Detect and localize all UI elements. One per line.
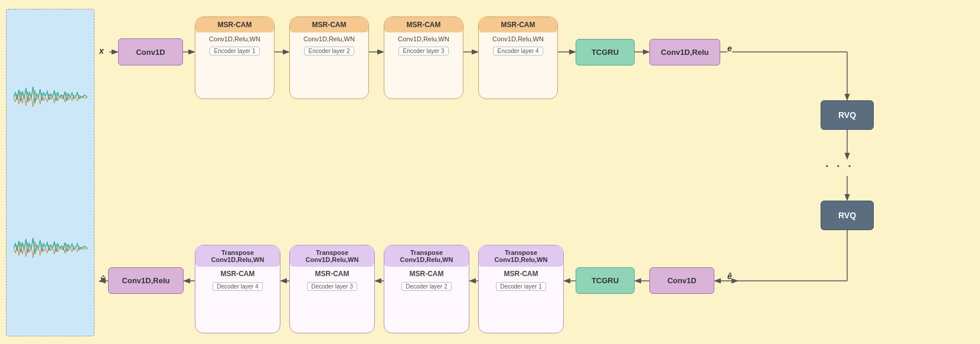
encoder-layer-1-msr: MSR-CAM [195,17,274,32]
encoder-layer-2-label: Encoder layer 2 [304,47,354,55]
x-hat-label: x̂ [99,274,104,284]
e-hat-label: ê [727,271,732,281]
encoder-conv1d-box: Conv1D [118,38,183,65]
rvq-1-box: RVQ [821,100,874,130]
encoder-layer-2-conv: Conv1D,Relu,WN [301,32,357,45]
rvq-dots: · · · [825,159,854,173]
encoder-conv1d-relu-box: Conv1D,Relu [649,39,720,65]
decoder-layer-1-top: TransposeConv1D,Relu,WN [479,245,563,267]
encoder-layer-4: MSR-CAM Conv1D,Relu,WN Encoder layer 4 [478,17,558,99]
decoder-layer-4-bottom: MSR-CAM [218,267,257,281]
encoder-layer-3: MSR-CAM Conv1D,Relu,WN Encoder layer 3 [384,17,463,99]
input-panel [6,9,94,336]
decoder-layer-4-top: TransposeConv1D,Relu,WN [195,245,280,267]
encoder-layer-1: MSR-CAM Conv1D,Relu,WN Encoder layer 1 [195,17,275,99]
decoder-layer-2-bottom: MSR-CAM [407,267,446,281]
decoder-layer-2: TransposeConv1D,Relu,WN MSR-CAM Decoder … [384,245,469,333]
decoder-layer-4-label: Decoder layer 4 [213,282,263,291]
decoder-layer-3: TransposeConv1D,Relu,WN MSR-CAM Decoder … [289,245,375,333]
encoder-tcgru-box: TCGRU [576,39,635,65]
e-label: e [727,44,732,53]
decoder-tcgru-box: TCGRU [576,267,635,294]
waveform-bottom [14,232,87,264]
encoder-layer-2-msr: MSR-CAM [290,17,368,32]
encoder-layer-1-label: Encoder layer 1 [210,47,259,55]
encoder-layer-3-conv: Conv1D,Relu,WN [396,32,452,45]
encoder-layer-1-conv: Conv1D,Relu,WN [207,32,263,45]
decoder-conv1d-box: Conv1D [649,267,714,294]
decoder-layer-1-label: Decoder layer 1 [496,282,546,291]
waveform-top [14,81,87,113]
decoder-layer-2-label: Decoder layer 2 [401,282,452,291]
decoder-layer-3-label: Decoder layer 3 [307,282,357,291]
encoder-layer-2: MSR-CAM Conv1D,Relu,WN Encoder layer 2 [289,17,369,99]
x-label: x [99,46,104,55]
decoder-layer-1: TransposeConv1D,Relu,WN MSR-CAM Decoder … [478,245,564,333]
decoder-layer-1-bottom: MSR-CAM [502,267,541,281]
encoder-layer-3-msr: MSR-CAM [384,17,463,32]
decoder-layer-3-top: TransposeConv1D,Relu,WN [290,245,374,267]
decoder-layer-2-top: TransposeConv1D,Relu,WN [384,245,469,267]
encoder-layer-3-label: Encoder layer 3 [398,47,448,55]
encoder-layer-4-conv: Conv1D,Relu,WN [490,32,546,45]
encoder-layer-4-label: Encoder layer 4 [493,47,543,55]
decoder-layer-4: TransposeConv1D,Relu,WN MSR-CAM Decoder … [195,245,280,333]
rvq-2-box: RVQ [821,201,874,230]
decoder-layer-3-bottom: MSR-CAM [313,267,352,281]
decoder-conv1d-relu-box: Conv1D,Relu [108,267,184,294]
encoder-layer-4-msr: MSR-CAM [479,17,557,32]
